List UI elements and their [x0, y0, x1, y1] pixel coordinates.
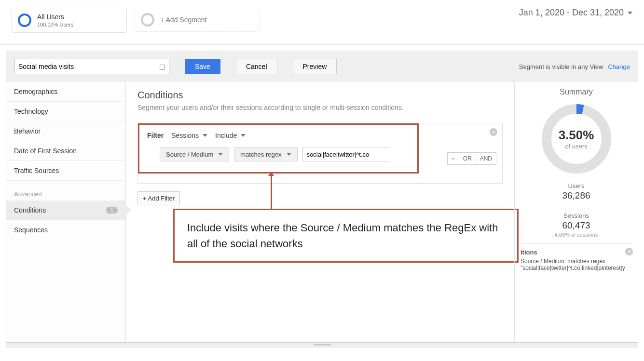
panel-header: ▢ Save Cancel Preview Segment is visible…	[6, 51, 638, 74]
panel-resizer[interactable]	[6, 342, 638, 347]
chevron-down-icon	[287, 153, 291, 156]
center-pane: Conditions Segment your users and/or the…	[126, 82, 514, 342]
logic-remove[interactable]: –	[448, 153, 459, 164]
sidebar-item-technology[interactable]: Technology	[6, 102, 125, 121]
chevron-down-icon	[241, 134, 246, 137]
preview-button[interactable]: Preview	[293, 59, 337, 74]
scope-dropdown[interactable]: Sessions	[171, 132, 207, 139]
edit-name-icon[interactable]: ▢	[159, 63, 165, 70]
chevron-down-icon	[628, 12, 632, 14]
date-range-picker[interactable]: Jan 1, 2020 - Dec 31, 2020	[519, 8, 632, 18]
conditions-subtitle: Segment your users and/or their sessions…	[137, 104, 503, 111]
summary-percent: 3.50%	[559, 128, 594, 143]
chevron-down-icon	[218, 153, 223, 156]
sidebar: Demographics Technology Behavior Date of…	[6, 82, 126, 342]
remove-filter-icon[interactable]: ✕	[490, 128, 497, 136]
match-type-dropdown[interactable]: matches regex	[234, 147, 297, 161]
segment-title: All Users	[37, 13, 73, 21]
remove-condition-icon[interactable]: ✕	[625, 248, 633, 255]
include-exclude-dropdown[interactable]: Include	[215, 132, 246, 139]
sidebar-item-first-session[interactable]: Date of First Session	[6, 141, 125, 161]
sidebar-item-traffic-sources[interactable]: Traffic Sources	[6, 161, 125, 181]
annotation-callout: Include visits where the Source / Medium…	[173, 209, 519, 263]
add-segment-label: + Add Segment	[160, 16, 206, 24]
summary-pane: Summary 3.50% of users Users 36,286 Sess…	[514, 82, 638, 342]
annotation-arrow	[271, 175, 272, 210]
sidebar-item-conditions[interactable]: Conditions 1	[6, 201, 125, 220]
segment-subtitle: 100.00% Users	[37, 22, 73, 27]
segment-circle-icon	[18, 13, 31, 27]
top-bar: All Users 100.00% Users + Add Segment Ja…	[0, 0, 644, 45]
logic-operators: – OR AND	[447, 152, 496, 165]
conditions-count-badge: 1	[106, 207, 118, 214]
summary-sessions: Sessions 60,473 4.66% of sessions	[521, 207, 632, 244]
logic-and[interactable]: AND	[476, 153, 496, 164]
summary-of-users: of users	[565, 143, 587, 150]
save-button[interactable]: Save	[185, 59, 220, 74]
segment-editor-panel: ▢ Save Cancel Preview Segment is visible…	[6, 51, 638, 348]
sidebar-item-label: Conditions	[14, 206, 46, 214]
date-range-text: Jan 1, 2020 - Dec 31, 2020	[519, 8, 624, 18]
sidebar-advanced-label: Advanced	[6, 181, 125, 201]
sidebar-item-behavior[interactable]: Behavior	[6, 121, 125, 141]
conditions-title: Conditions	[137, 90, 503, 101]
change-visibility-link[interactable]: Change	[608, 63, 630, 70]
chevron-down-icon	[203, 134, 207, 137]
summary-conditions: ✕ itions Source / Medium: matches regex …	[521, 244, 632, 271]
cancel-button[interactable]: Cancel	[236, 59, 277, 74]
summary-users: Users 36,286	[521, 177, 632, 207]
add-filter-button[interactable]: + Add Filter	[137, 191, 180, 205]
filter-label: Filter	[147, 132, 164, 139]
filter-card: ✕ Filter Sessions Include	[137, 123, 503, 184]
logic-or[interactable]: OR	[459, 153, 476, 164]
summary-donut: 3.50% of users	[538, 100, 615, 177]
sidebar-item-demographics[interactable]: Demographics	[6, 82, 125, 102]
filter-value-input[interactable]	[302, 147, 390, 161]
segment-name-input[interactable]	[14, 59, 169, 74]
add-segment-circle-icon	[141, 13, 154, 27]
dimension-dropdown[interactable]: Source / Medium	[160, 147, 229, 161]
add-segment-card[interactable]: + Add Segment	[135, 8, 260, 32]
segment-all-users[interactable]: All Users 100.00% Users	[12, 8, 127, 33]
visibility-text: Segment is visible in any View	[519, 63, 603, 70]
sidebar-item-sequences[interactable]: Sequences	[6, 220, 125, 240]
summary-title: Summary	[521, 88, 632, 96]
